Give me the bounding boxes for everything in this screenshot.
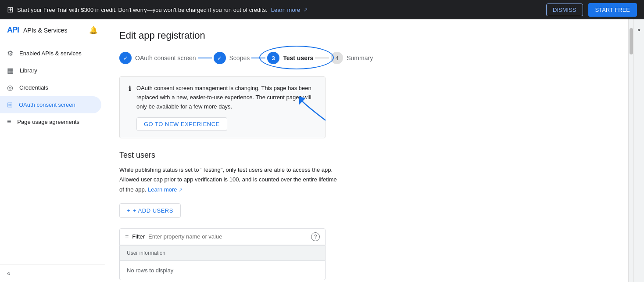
table-header: User information	[120, 246, 325, 261]
sidebar-item-oauth[interactable]: ⊞ OAuth consent screen	[0, 96, 101, 113]
steps-row: ✓ OAuth consent screen ✓ Scopes 3 Test u…	[119, 52, 614, 64]
sidebar-item-enabled[interactable]: ⚙ Enabled APIs & services	[0, 45, 101, 62]
step-3: 3 Test users	[267, 52, 313, 64]
main-content: Edit app registration ✓ OAuth consent sc…	[105, 19, 628, 282]
users-table: User information No rows to display	[119, 245, 326, 280]
sidebar-label-enabled: Enabled APIs & services	[19, 50, 82, 57]
step-2-circle: ✓	[214, 52, 226, 64]
step-4: 4 Summary	[331, 52, 373, 64]
table-empty-message: No rows to display	[120, 261, 325, 280]
filter-label: Filter	[132, 233, 145, 240]
sidebar-item-credentials[interactable]: ◎ Credentials	[0, 79, 101, 96]
page-usage-icon: ≡	[7, 118, 11, 126]
credentials-icon: ◎	[7, 83, 13, 92]
sidebar-logo: API	[7, 25, 19, 35]
right-panel-collapse-button[interactable]: «	[633, 19, 644, 282]
filter-container: ≡ Filter ? User information No rows to d…	[119, 228, 326, 280]
step-4-label: Summary	[347, 54, 373, 61]
oauth-icon: ⊞	[7, 101, 13, 109]
info-banner: ℹ OAuth consent screen management is cha…	[119, 76, 326, 138]
banner-message-area: ⊞ Start your Free Trial with $300 in cre…	[7, 5, 308, 14]
filter-lines-icon: ≡	[125, 233, 129, 240]
info-icon: ℹ	[129, 84, 131, 93]
step-1-circle: ✓	[119, 52, 132, 64]
step-2: ✓ Scopes	[214, 52, 250, 64]
external-link-icon-2: ↗	[179, 187, 182, 192]
banner-learn-more-link[interactable]: Learn more	[271, 7, 300, 13]
gear-icon: ⚙	[7, 49, 13, 58]
step-connector-3	[315, 58, 329, 58]
scrollbar[interactable]	[628, 19, 633, 282]
sidebar-label-page-usage: Page usage agreements	[17, 119, 79, 125]
sidebar: API APIs & Services 🔔 ⚙ Enabled APIs & s…	[0, 19, 105, 282]
sidebar-header: API APIs & Services 🔔	[0, 19, 105, 41]
page-title: Edit app registration	[119, 30, 614, 41]
filter-row: ≡ Filter ?	[119, 228, 326, 245]
banner-actions: DISMISS START FREE	[546, 3, 637, 17]
info-text: OAuth consent screen management is chang…	[136, 84, 316, 111]
top-banner: ⊞ Start your Free Trial with $300 in cre…	[0, 0, 644, 19]
dismiss-button[interactable]: DISMISS	[546, 4, 583, 16]
step-3-wrapper: 3 Test users	[267, 52, 313, 64]
info-content: OAuth consent screen management is chang…	[136, 84, 316, 131]
add-users-label: + ADD USERS	[133, 207, 173, 214]
sidebar-collapse-button[interactable]: «	[7, 270, 11, 277]
bell-icon[interactable]: 🔔	[89, 26, 98, 34]
app-layout: API APIs & Services 🔔 ⚙ Enabled APIs & s…	[0, 19, 644, 282]
sidebar-label-oauth: OAuth consent screen	[19, 101, 75, 108]
step-1: ✓ OAuth consent screen	[119, 52, 196, 64]
sidebar-item-library[interactable]: ▦ Library	[0, 62, 101, 79]
step-2-label: Scopes	[229, 54, 250, 61]
help-icon[interactable]: ?	[311, 232, 320, 241]
sidebar-footer: «	[0, 264, 105, 282]
start-free-button[interactable]: START FREE	[588, 3, 637, 17]
learn-more-link[interactable]: Learn more	[148, 186, 177, 193]
external-link-icon: ↗	[304, 7, 308, 13]
test-users-description: While publishing status is set to "Testi…	[119, 165, 339, 194]
library-icon: ▦	[7, 66, 14, 75]
banner-grid-icon: ⊞	[7, 5, 14, 14]
chevron-left-icon: «	[637, 26, 640, 33]
add-users-button[interactable]: + + ADD USERS	[119, 203, 181, 218]
step-1-label: OAuth consent screen	[135, 54, 196, 61]
go-to-new-experience-button[interactable]: GO TO NEW EXPERIENCE	[136, 117, 227, 131]
sidebar-item-page-usage[interactable]: ≡ Page usage agreements	[0, 113, 101, 130]
step-connector-2	[251, 58, 265, 58]
plus-icon: +	[127, 207, 130, 214]
banner-text: Start your Free Trial with $300 in credi…	[17, 7, 268, 13]
test-users-title: Test users	[119, 151, 614, 160]
sidebar-title: APIs & Services	[23, 27, 67, 34]
step-3-label: Test users	[283, 54, 313, 61]
step-4-circle: 4	[331, 52, 343, 64]
step-connector-1	[198, 58, 212, 58]
step-3-circle: 3	[267, 52, 279, 64]
sidebar-nav: ⚙ Enabled APIs & services ▦ Library ◎ Cr…	[0, 41, 105, 264]
scrollbar-thumb[interactable]	[630, 28, 633, 54]
sidebar-label-credentials: Credentials	[19, 84, 48, 91]
filter-input[interactable]	[148, 233, 308, 240]
sidebar-label-library: Library	[20, 67, 37, 74]
